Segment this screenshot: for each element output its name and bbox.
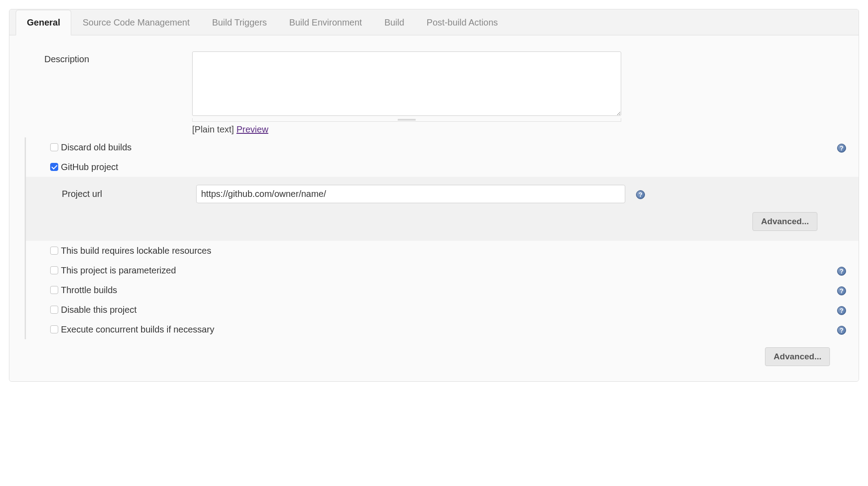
- github-project-subsection: Project url ? Advanced...: [25, 177, 859, 241]
- throttle-builds-checkbox[interactable]: [50, 286, 58, 294]
- tab-triggers[interactable]: Build Triggers: [201, 10, 278, 35]
- tab-bar: General Source Code Management Build Tri…: [9, 9, 859, 35]
- description-row: Description [Plain text] Preview: [9, 49, 859, 137]
- parameterized-label: This project is parameterized: [61, 265, 834, 276]
- advanced-button[interactable]: Advanced...: [752, 212, 817, 231]
- help-icon[interactable]: ?: [837, 306, 846, 315]
- disable-project-label: Disable this project: [61, 305, 834, 315]
- description-input[interactable]: [192, 51, 621, 116]
- parameterized-checkbox[interactable]: [50, 266, 58, 274]
- help-icon[interactable]: ?: [636, 190, 645, 199]
- config-container: General Source Code Management Build Tri…: [9, 9, 859, 382]
- preview-link[interactable]: Preview: [236, 124, 268, 134]
- general-panel: Description [Plain text] Preview Discard…: [9, 35, 859, 381]
- concurrent-builds-label: Execute concurrent builds if necessary: [61, 324, 834, 335]
- project-url-label: Project url: [48, 189, 196, 199]
- tab-scm[interactable]: Source Code Management: [71, 10, 201, 35]
- help-icon[interactable]: ?: [837, 267, 846, 276]
- description-hint: [Plain text] Preview: [192, 124, 846, 135]
- advanced-button-bottom[interactable]: Advanced...: [765, 347, 830, 366]
- lockable-resources-row: This build requires lockable resources: [25, 241, 859, 260]
- tab-env[interactable]: Build Environment: [278, 10, 373, 35]
- github-project-checkbox[interactable]: [50, 163, 58, 171]
- github-project-label: GitHub project: [61, 162, 834, 172]
- discard-old-builds-row: Discard old builds ?: [25, 137, 859, 157]
- lockable-resources-checkbox[interactable]: [50, 247, 58, 255]
- throttle-builds-label: Throttle builds: [61, 285, 834, 295]
- concurrent-builds-row: Execute concurrent builds if necessary ?: [25, 320, 859, 339]
- throttle-builds-row: Throttle builds ?: [25, 280, 859, 300]
- lockable-resources-label: This build requires lockable resources: [61, 246, 834, 256]
- parameterized-row: This project is parameterized ?: [25, 260, 859, 280]
- discard-old-builds-label: Discard old builds: [61, 142, 834, 153]
- plain-text-label: [Plain text]: [192, 124, 236, 134]
- github-project-row: GitHub project: [25, 157, 859, 177]
- help-icon[interactable]: ?: [837, 326, 846, 335]
- disable-project-checkbox[interactable]: [50, 306, 58, 314]
- concurrent-builds-checkbox[interactable]: [50, 325, 58, 333]
- resize-handle[interactable]: [192, 118, 621, 122]
- discard-old-builds-checkbox[interactable]: [50, 143, 58, 151]
- project-url-input[interactable]: [196, 185, 625, 203]
- help-icon[interactable]: ?: [837, 144, 846, 153]
- tab-build[interactable]: Build: [373, 10, 415, 35]
- tab-post[interactable]: Post-build Actions: [416, 10, 509, 35]
- tab-general[interactable]: General: [16, 10, 71, 35]
- description-label: Description: [44, 51, 192, 64]
- disable-project-row: Disable this project ?: [25, 300, 859, 320]
- help-icon[interactable]: ?: [837, 286, 846, 295]
